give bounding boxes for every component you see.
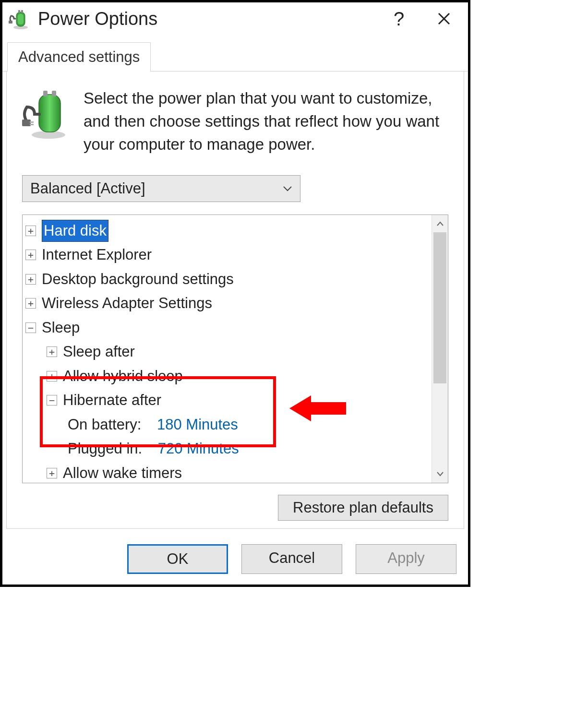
cancel-button[interactable]: Cancel (241, 544, 342, 574)
tree-node-internet-explorer[interactable]: + Internet Explorer (25, 243, 429, 267)
leaf-value[interactable]: 720 Minutes (158, 438, 239, 460)
node-label: Sleep after (63, 341, 135, 363)
leaf-label: Plugged in: (68, 438, 142, 460)
tree-node-hard-disk[interactable]: + Hard disk (25, 219, 429, 243)
dialog-footer: OK Cancel Apply (2, 537, 468, 585)
close-button[interactable] (433, 8, 455, 29)
svg-rect-11 (52, 91, 56, 96)
scrollbar[interactable] (432, 215, 448, 483)
tree-node-desktop-background[interactable]: + Desktop background settings (25, 267, 429, 292)
tree-node-sleep-after[interactable]: + Sleep after (25, 340, 429, 364)
tree-node-hibernate-after[interactable]: − Hibernate after (25, 388, 429, 413)
node-label: Sleep (42, 317, 80, 339)
restore-defaults-button[interactable]: Restore plan defaults (278, 495, 448, 521)
svg-rect-14 (30, 124, 34, 125)
expand-icon[interactable]: + (25, 226, 36, 236)
collapse-icon[interactable]: − (25, 322, 36, 333)
titlebar: Power Options ? (2, 2, 468, 35)
apply-button: Apply (356, 544, 456, 574)
settings-tree: + Hard disk + Internet Explorer + Deskto… (22, 215, 448, 483)
collapse-icon[interactable]: − (47, 395, 57, 406)
leaf-label: On battery: (68, 414, 141, 436)
node-label: Allow wake timers (63, 462, 182, 483)
scroll-down-icon[interactable] (432, 465, 448, 483)
tree-node-allow-hybrid-sleep[interactable]: + Allow hybrid sleep (25, 364, 429, 389)
node-label: Allow hybrid sleep (63, 365, 183, 388)
svg-rect-10 (43, 91, 48, 96)
svg-rect-5 (9, 21, 12, 24)
tree-node-allow-wake-timers[interactable]: + Allow wake timers (25, 461, 429, 483)
node-label: Desktop background settings (42, 268, 234, 291)
power-plan-dropdown[interactable]: Balanced [Active] (22, 175, 300, 202)
tab-advanced-settings[interactable]: Advanced settings (7, 42, 151, 72)
tree-content: + Hard disk + Internet Explorer + Deskto… (23, 215, 432, 483)
svg-rect-3 (18, 10, 20, 13)
tab-panel: Select the power plan that you want to c… (6, 72, 464, 529)
expand-icon[interactable]: + (47, 371, 57, 382)
scroll-track[interactable] (432, 232, 448, 465)
expand-icon[interactable]: + (25, 250, 36, 260)
scroll-up-icon[interactable] (432, 215, 448, 232)
svg-rect-13 (30, 121, 34, 123)
intro-text: Select the power plan that you want to c… (84, 87, 448, 156)
power-plan-selected: Balanced [Active] (30, 180, 145, 197)
expand-icon[interactable]: + (25, 298, 36, 309)
node-label: Hard disk (42, 220, 108, 242)
svg-rect-2 (18, 14, 24, 24)
help-button[interactable]: ? (388, 8, 409, 29)
ok-button[interactable]: OK (127, 544, 228, 574)
chevron-down-icon (283, 185, 292, 192)
scroll-thumb[interactable] (433, 232, 446, 384)
svg-rect-9 (39, 95, 60, 132)
close-icon (437, 12, 451, 26)
node-label: Hibernate after (63, 389, 161, 412)
node-label: Wireless Adapter Settings (42, 292, 212, 315)
node-label: Internet Explorer (42, 244, 152, 266)
tree-leaf-on-battery[interactable]: On battery: 180 Minutes (25, 413, 429, 437)
power-options-icon (7, 7, 30, 30)
power-options-dialog: Power Options ? Advanced settings (0, 0, 470, 587)
leaf-value[interactable]: 180 Minutes (157, 414, 238, 436)
expand-icon[interactable]: + (25, 274, 36, 285)
intro-row: Select the power plan that you want to c… (22, 87, 448, 156)
svg-rect-12 (22, 119, 31, 126)
tabstrip: Advanced settings (2, 42, 468, 72)
expand-icon[interactable]: + (47, 346, 57, 357)
svg-rect-4 (21, 10, 23, 13)
tree-node-wireless-adapter[interactable]: + Wireless Adapter Settings (25, 291, 429, 316)
battery-plan-icon (22, 88, 70, 141)
window-title: Power Options (38, 9, 381, 29)
tree-node-sleep[interactable]: − Sleep (25, 316, 429, 340)
expand-icon[interactable]: + (47, 468, 57, 478)
tree-leaf-plugged-in[interactable]: Plugged in: 720 Minutes (25, 437, 429, 461)
